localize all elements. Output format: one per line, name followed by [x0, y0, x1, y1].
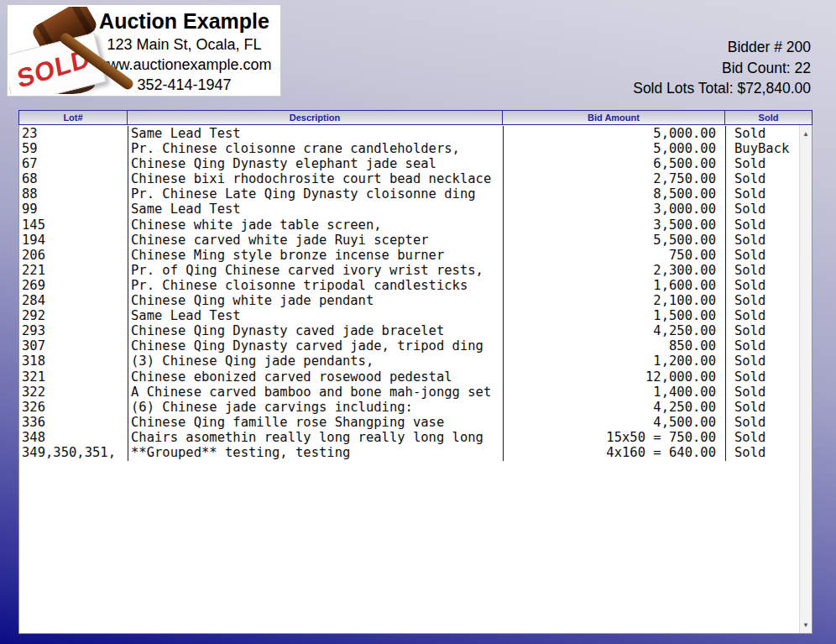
grid-rows: 23Same Lead Test5,000.00Sold59Pr. Chines… [19, 126, 812, 460]
lot-cell: 321 [19, 369, 128, 385]
bid-amount-cell: 12,000.00 [503, 369, 725, 385]
table-row[interactable]: 293Chinese Qing Dynasty caved jade brace… [19, 323, 812, 338]
column-header-bid-amount[interactable]: Bid Amount [503, 111, 725, 124]
scroll-up-icon[interactable]: ▲ [800, 127, 812, 140]
table-row[interactable]: 68Chinese bixi rhodochrosite court bead … [19, 171, 812, 186]
description-cell: Pr. Chinese cloisonne crane candleholder… [128, 141, 503, 156]
lot-cell: 322 [19, 385, 128, 400]
description-cell: Same Lead Test [128, 308, 503, 323]
table-row[interactable]: 349,350,351,**Grouped** testing, testing… [19, 445, 812, 460]
bid-amount-cell: 1,400.00 [503, 385, 725, 400]
description-cell: Same Lead Test [128, 126, 503, 141]
table-row[interactable]: 269Pr. Chinese cloisonne tripodal candle… [19, 278, 812, 293]
lot-cell: 284 [19, 293, 128, 308]
description-cell: Pr. of Qing Chinese carved ivory wrist r… [128, 263, 503, 278]
bid-amount-cell: 750.00 [503, 248, 725, 263]
table-row[interactable]: 318(3) Chinese Qing jade pendants,1,200.… [19, 353, 812, 369]
auction-window: SOLD Auction Example 123 Main St, Ocala,… [0, 0, 836, 644]
description-cell: Chairs asomethin really long really long… [128, 430, 503, 445]
lot-cell: 292 [19, 308, 128, 323]
lot-cell: 194 [19, 233, 128, 248]
bid-amount-cell: 2,300.00 [503, 263, 725, 278]
lot-cell: 221 [19, 263, 128, 278]
table-row[interactable]: 348Chairs asomethin really long really l… [19, 430, 812, 445]
bid-amount-cell: 3,000.00 [503, 202, 725, 217]
table-row[interactable]: 326(6) Chinese jade carvings including:4… [19, 400, 812, 415]
description-cell: Chinese carved white jade Ruyi scepter [128, 233, 503, 248]
table-row[interactable]: 321Chinese ebonized carved rosewood pede… [19, 369, 812, 385]
description-cell: Chinese ebonized carved rosewood pedesta… [128, 369, 503, 385]
lot-cell: 307 [19, 338, 128, 353]
lot-cell: 318 [19, 353, 128, 369]
table-row[interactable]: 307Chinese Qing Dynasty carved jade, tri… [19, 338, 812, 353]
lot-cell: 59 [19, 141, 128, 156]
sold-lots-total: Sold Lots Total: $72,840.00 [633, 78, 811, 99]
lot-cell: 67 [19, 156, 128, 171]
description-cell: Chinese white jade table screen, [128, 217, 503, 233]
description-cell: Pr. Chinese Late Qing Dynasty cloisonne … [128, 186, 503, 202]
table-row[interactable]: 59Pr. Chinese cloisonne crane candlehold… [19, 141, 812, 156]
lot-cell: 293 [19, 323, 128, 338]
lot-cell: 23 [19, 126, 128, 141]
lot-cell: 269 [19, 278, 128, 293]
table-row[interactable]: 99Same Lead Test3,000.00Sold [19, 202, 812, 217]
description-cell: Chinese Qing Dynasty carved jade, tripod… [128, 338, 503, 353]
description-cell: (6) Chinese jade carvings including: [128, 400, 503, 415]
bid-amount-cell: 4,250.00 [503, 323, 725, 338]
table-row[interactable]: 292Same Lead Test1,500.00Sold [19, 308, 812, 323]
description-cell: Chinese Qing white jade pendant [128, 293, 503, 308]
bid-amount-cell: 1,600.00 [503, 278, 725, 293]
bid-count: Bid Count: 22 [633, 58, 811, 79]
company-address: 123 Main St, Ocala, FL [90, 34, 279, 55]
description-cell: Chinese Qing Dynasty elephant jade seal [128, 156, 503, 171]
lots-grid: Lot# Description Bid Amount Sold 23Same … [18, 110, 812, 634]
table-row[interactable]: 67Chinese Qing Dynasty elephant jade sea… [19, 156, 812, 171]
bidder-summary: Bidder # 200 Bid Count: 22 Sold Lots Tot… [633, 37, 811, 99]
grid-body: 23Same Lead Test5,000.00Sold59Pr. Chines… [18, 125, 812, 634]
vertical-scrollbar[interactable]: ▲ ▼ [799, 125, 812, 633]
table-row[interactable]: 322A Chinese carved bamboo and bone mah-… [19, 385, 812, 400]
description-cell: Chinese Ming style bronze incense burner [128, 248, 503, 263]
table-row[interactable]: 221Pr. of Qing Chinese carved ivory wris… [19, 263, 812, 278]
column-header-sold[interactable]: Sold [725, 111, 812, 124]
grid-header: Lot# Description Bid Amount Sold [18, 110, 812, 125]
bid-amount-cell: 4,250.00 [503, 400, 725, 415]
bid-amount-cell: 15x50 = 750.00 [503, 430, 725, 445]
bid-amount-cell: 6,500.00 [503, 156, 725, 171]
bid-amount-cell: 4x160 = 640.00 [503, 445, 725, 460]
table-row[interactable]: 194Chinese carved white jade Ruyi scepte… [19, 233, 812, 248]
table-row[interactable]: 206Chinese Ming style bronze incense bur… [19, 248, 812, 263]
column-header-lot[interactable]: Lot# [19, 111, 128, 124]
lot-cell: 206 [19, 248, 128, 263]
lot-cell: 348 [19, 430, 128, 445]
table-row[interactable]: 145Chinese white jade table screen,3,500… [19, 217, 812, 233]
table-row[interactable]: 88Pr. Chinese Late Qing Dynasty cloisonn… [19, 186, 812, 202]
table-row[interactable]: 23Same Lead Test5,000.00Sold [19, 126, 812, 141]
scroll-down-icon[interactable]: ▼ [800, 618, 812, 631]
bid-amount-cell: 1,200.00 [503, 353, 725, 369]
bid-amount-cell: 1,500.00 [503, 308, 725, 323]
description-cell: Same Lead Test [128, 202, 503, 217]
column-divider [503, 126, 504, 461]
bid-amount-cell: 850.00 [503, 338, 725, 353]
description-cell: (3) Chinese Qing jade pendants, [128, 353, 503, 369]
column-divider [128, 126, 128, 461]
bid-amount-cell: 2,750.00 [503, 171, 725, 186]
column-header-description[interactable]: Description [128, 111, 503, 124]
table-row[interactable]: 284Chinese Qing white jade pendant2,100.… [19, 293, 812, 308]
bidder-number: Bidder # 200 [633, 37, 811, 58]
lot-cell: 349,350,351, [19, 445, 128, 460]
lot-cell: 326 [19, 400, 128, 415]
lot-cell: 68 [19, 171, 128, 186]
bid-amount-cell: 4,500.00 [503, 415, 725, 430]
bid-amount-cell: 5,500.00 [503, 233, 725, 248]
table-row[interactable]: 336Chinese Qing famille rose Shangping v… [19, 415, 812, 430]
lot-cell: 99 [19, 202, 128, 217]
description-cell: **Grouped** testing, testing [128, 445, 503, 460]
description-cell: Chinese bixi rhodochrosite court bead ne… [128, 171, 503, 186]
lot-cell: 88 [19, 186, 128, 202]
column-divider [725, 126, 726, 461]
bid-amount-cell: 3,500.00 [503, 217, 725, 233]
lot-cell: 336 [19, 415, 128, 430]
company-logo-box: SOLD Auction Example 123 Main St, Ocala,… [7, 4, 281, 97]
